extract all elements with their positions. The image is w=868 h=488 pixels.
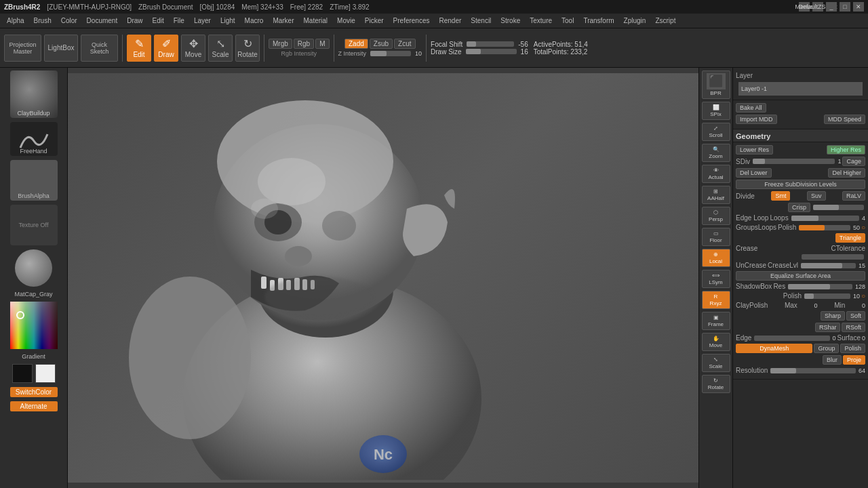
move-button[interactable]: ✥ Move	[181, 35, 205, 62]
del-lower-button[interactable]: Del Lower	[736, 168, 772, 178]
proje-button[interactable]: Proje	[843, 355, 865, 365]
crisp-slider[interactable]	[813, 205, 864, 210]
menu-alpha[interactable]: Alpha	[3, 16, 28, 26]
scale-button[interactable]: ⤡ Scale	[208, 35, 233, 62]
resolution-slider[interactable]	[770, 368, 856, 373]
rotate-rt-button[interactable]: ↻ Rotate	[702, 375, 730, 393]
loops-slider[interactable]	[791, 216, 859, 221]
viewport-canvas[interactable]: Nc	[68, 68, 698, 488]
rgb-button[interactable]: Rgb	[294, 39, 314, 49]
default-script-button[interactable]: DefaultZScript	[812, 2, 823, 12]
lsym-button[interactable]: ⟺ LSym	[702, 270, 730, 288]
menu-marker[interactable]: Marker	[269, 16, 298, 26]
higher-res-button[interactable]: Higher Res	[827, 145, 865, 155]
draw-button[interactable]: ✐ Draw	[154, 35, 178, 62]
local-button[interactable]: ⊕ Local	[702, 249, 730, 267]
triangle-button[interactable]: Triangle	[835, 233, 865, 243]
zcut-button[interactable]: Zcut	[394, 39, 415, 49]
z-intensity-slider[interactable]	[370, 51, 411, 56]
projection-master-button[interactable]: ProjectionMaster	[4, 35, 41, 62]
maximize-button[interactable]: □	[840, 2, 850, 12]
rshar-button[interactable]: RShar	[815, 323, 841, 332]
sdiv-slider[interactable]	[753, 159, 835, 164]
black-swatch[interactable]	[12, 364, 33, 383]
scroll-button[interactable]: ⤢ Scroll	[702, 123, 730, 141]
zoom-button[interactable]: 🔍 Zoom	[702, 144, 730, 162]
zadd-button[interactable]: Zadd	[344, 39, 368, 49]
del-higher-button[interactable]: Del Higher	[828, 168, 865, 178]
layer-row-0[interactable]: Layer0 -1	[738, 82, 863, 96]
sharp-button[interactable]: Sharp	[821, 311, 845, 321]
res-slider[interactable]	[788, 284, 852, 289]
draw-size-slider[interactable]	[466, 49, 517, 54]
persp-button[interactable]: ⬡ Persp	[702, 207, 730, 225]
soft-button[interactable]: Soft	[846, 311, 865, 321]
cage-button[interactable]: Cage	[842, 157, 865, 166]
ralv-button[interactable]: RaLV	[842, 191, 865, 201]
goblin-viewport[interactable]: Nc	[68, 68, 698, 488]
aahalf-button[interactable]: ⊞ AAHalf	[702, 186, 730, 204]
clay-buildup-brush[interactable]: ClayBuildup	[10, 70, 58, 118]
edit-button[interactable]: ✎ Edit	[127, 35, 151, 62]
dynamesh-button[interactable]: DynaMesh	[736, 344, 812, 353]
menu-transform[interactable]: Transform	[579, 16, 618, 26]
equalize-button[interactable]: Equalize Surface Area	[736, 271, 865, 281]
freehand-brush[interactable]: FreeHand	[10, 122, 58, 156]
menu-stencil[interactable]: Stencil	[467, 16, 495, 26]
menu-document[interactable]: Document	[83, 16, 122, 26]
frame-button[interactable]: ▣ Frame	[702, 312, 730, 330]
menu-zplugin[interactable]: Zplugin	[620, 16, 650, 26]
menu-layer[interactable]: Layer	[190, 16, 215, 26]
menu-zscript[interactable]: Zscript	[651, 16, 679, 26]
menu-color[interactable]: Color	[57, 16, 81, 26]
texture-slot[interactable]: Texture Off	[10, 205, 58, 245]
polish-slider[interactable]	[799, 225, 850, 230]
close-button[interactable]: ✕	[853, 2, 864, 12]
mdd-speed-button[interactable]: MDD Speed	[824, 115, 865, 124]
menu-texture[interactable]: Texture	[526, 16, 556, 26]
edge-slider[interactable]	[754, 336, 829, 341]
menu-edit[interactable]: Edit	[149, 16, 168, 26]
white-swatch[interactable]	[35, 364, 56, 383]
quick-sketch-button[interactable]: QuickSketch	[81, 35, 118, 62]
actual-button[interactable]: 👁 Actual	[702, 165, 730, 183]
zsub-button[interactable]: Zsub	[370, 39, 393, 49]
group-button[interactable]: Group	[814, 344, 839, 353]
polish-dm-button[interactable]: Polish	[840, 344, 865, 353]
lightbox-button[interactable]: LightBox	[44, 35, 78, 62]
matcap-sphere[interactable]	[15, 249, 52, 287]
switch-color-button[interactable]: SwitchColor	[10, 387, 58, 397]
bpr-button[interactable]: ⬛ BPR	[702, 70, 730, 99]
smt-button[interactable]: Smt	[771, 191, 790, 201]
menu-light[interactable]: Light	[216, 16, 239, 26]
menu-tool[interactable]: Tool	[557, 16, 578, 26]
minimize-button[interactable]: _	[826, 2, 837, 12]
color-picker[interactable]	[10, 302, 58, 349]
menu-material[interactable]: Material	[300, 16, 332, 26]
menu-brush[interactable]: Brush	[30, 16, 56, 26]
focal-shift-slider[interactable]	[467, 41, 514, 47]
rxyz-button[interactable]: R Rxyz	[702, 291, 730, 309]
m-button[interactable]: M	[315, 39, 329, 49]
menu-movie[interactable]: Movie	[333, 16, 359, 26]
menu-preferences[interactable]: Preferences	[389, 16, 434, 26]
floor-button[interactable]: ▭ Floor	[702, 228, 730, 246]
import-mdd-button[interactable]: Import MDD	[736, 115, 777, 124]
polish-sb-slider[interactable]	[804, 293, 850, 299]
rotate-button[interactable]: ↻ Rotate	[235, 35, 260, 62]
ctolerance-slider[interactable]	[802, 254, 865, 260]
scale-rt-button[interactable]: ⤡ Scale	[702, 354, 730, 372]
menu-file[interactable]: File	[170, 16, 189, 26]
suv-button[interactable]: Suv	[807, 191, 826, 201]
menu-render[interactable]: Render	[435, 16, 466, 26]
lower-res-button[interactable]: Lower Res	[736, 145, 773, 155]
freeze-button[interactable]: Freeze SubDivision Levels	[736, 180, 865, 189]
rsoft-button[interactable]: RSoft	[842, 323, 865, 332]
menu-stroke[interactable]: Stroke	[496, 16, 524, 26]
mrgb-button[interactable]: Mrgb	[269, 39, 292, 49]
spix-button[interactable]: ⬜ SPix	[702, 102, 730, 120]
alternate-button[interactable]: Alternate	[10, 401, 58, 411]
crisp-button[interactable]: Crisp	[788, 203, 810, 212]
menu-picker[interactable]: Picker	[361, 16, 388, 26]
bake-all-button[interactable]: Bake All	[736, 103, 766, 113]
